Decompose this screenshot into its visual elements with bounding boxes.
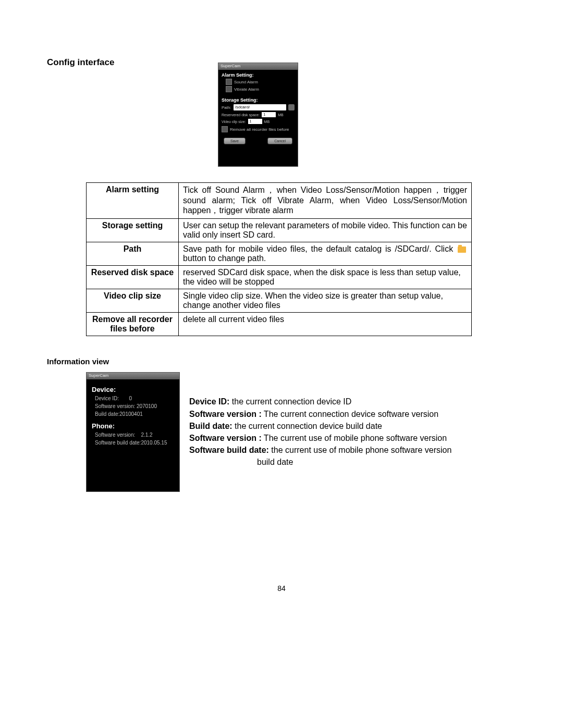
video-clip-row: Video clip size: 1 MB	[222, 119, 295, 124]
checkbox-icon[interactable]	[226, 86, 232, 92]
info-line-build-date: Build date: the current connection devic…	[189, 420, 451, 432]
save-button[interactable]: Save	[224, 138, 246, 144]
desc: the current connection device build date	[232, 422, 382, 430]
path-input[interactable]: /sdcard/	[234, 104, 286, 110]
label: Device ID:	[189, 397, 229, 406]
checkbox-icon[interactable]	[222, 126, 228, 132]
table-row: Path Save path for mobile video files, t…	[87, 242, 472, 266]
desc: The current use of mobile phone software…	[262, 434, 447, 442]
alarm-setting-heading: Alarm Setting:	[222, 72, 295, 78]
table-row: Remove all recorder files before delete …	[87, 313, 472, 336]
row-desc: reserved SDCard disk space, when the dis…	[179, 266, 472, 289]
phone-body: Alarm Setting: Sound Alarm Vibrate Alarm…	[218, 70, 298, 146]
table-row: Alarm setting Tick off Sound Alarm，when …	[87, 183, 472, 219]
remove-files-checkbox-row[interactable]: Remove all recorder files before	[222, 126, 295, 132]
row-desc: Single video clip size. When the video s…	[179, 289, 472, 313]
phone-body: Device: Device ID: 0 Software version: 2…	[87, 379, 179, 452]
reserved-disk-row: Reservered disk space: 1 MB	[222, 112, 295, 117]
table-row: Reserved disk space reserved SDCard disk…	[87, 266, 472, 289]
info-line-device-id: Device ID: the current connection device…	[189, 396, 451, 408]
row-desc: delete all current video files	[179, 313, 472, 336]
page-number: 84	[0, 584, 563, 593]
info-line-phone-software: Software version : The current use of mo…	[189, 432, 451, 444]
row-label: Video clip size	[87, 289, 179, 313]
clip-label: Video clip size:	[222, 120, 246, 124]
reserved-input[interactable]: 1	[262, 112, 276, 117]
button-row: Save Cancel	[222, 138, 295, 144]
info-line-device-software: Software version : The current connectio…	[189, 408, 451, 420]
label: Software version :	[189, 434, 262, 442]
device-sw-label: Software version:	[95, 403, 135, 409]
folder-icon	[458, 246, 466, 253]
phone-sw-value: 2.1.2	[141, 432, 152, 438]
row-desc: Tick off Sound Alarm，when Video Loss/Sen…	[179, 183, 472, 219]
screenshot-config: SuperCam Alarm Setting: Sound Alarm Vibr…	[218, 63, 298, 167]
label: Software build date:	[189, 446, 269, 454]
reserved-unit: MB	[278, 113, 284, 117]
phone-build-label: Software build date:	[95, 440, 141, 446]
reserved-label: Reservered disk space:	[222, 113, 260, 117]
info-line-phone-build-cont: build date	[257, 456, 451, 468]
device-heading: Device:	[92, 386, 174, 393]
desc: the current connection device ID	[229, 397, 351, 406]
path-browse-button[interactable]	[288, 104, 295, 110]
sound-alarm-label: Sound Alarm	[234, 80, 258, 84]
device-sw-line: Software version: 2070100	[95, 403, 174, 409]
row-desc: Save path for mobile video files, the de…	[179, 242, 472, 266]
table-row: Video clip size Single video clip size. …	[87, 289, 472, 313]
table-row: Storage setting User can setup the relev…	[87, 219, 472, 242]
device-build-value: 20100401	[119, 411, 143, 417]
storage-setting-heading: Storage Setting:	[222, 97, 295, 103]
info-flex-row: SuperCam Device: Device ID: 0 Software v…	[47, 372, 516, 492]
phone-build-value: 2010.05.15	[141, 440, 167, 446]
sound-alarm-checkbox-row[interactable]: Sound Alarm	[226, 79, 295, 85]
document-page: Config interface SuperCam Alarm Setting:…	[0, 0, 563, 728]
device-id-line: Device ID: 0	[95, 396, 174, 401]
cancel-button[interactable]: Cancel	[267, 138, 292, 144]
path-desc-post: button to change path.	[183, 254, 266, 263]
device-build-label: Build date:	[95, 411, 119, 417]
phone-titlebar: SuperCam	[218, 63, 298, 70]
phone-sw-line: Software version: 2.1.2	[95, 432, 174, 438]
remove-files-label: Remove all recorder files before	[230, 127, 289, 132]
path-row: Path: /sdcard/	[222, 104, 295, 110]
path-label: Path:	[222, 105, 231, 110]
config-table-wrap: Alarm setting Tick off Sound Alarm，when …	[86, 182, 472, 336]
desc: the current use of mobile phone software…	[269, 446, 451, 454]
clip-input[interactable]: 1	[248, 119, 262, 124]
vibrate-alarm-checkbox-row[interactable]: Vibrate Alarm	[226, 86, 295, 92]
device-build-line: Build date:20100401	[95, 411, 174, 417]
desc: The current connection device software v…	[262, 410, 438, 418]
row-label: Alarm setting	[87, 183, 179, 219]
row-label: Storage setting	[87, 219, 179, 242]
vibrate-alarm-label: Vibrate Alarm	[234, 87, 259, 92]
label: Software version :	[189, 410, 262, 418]
row-desc: User can setup the relevant parameters o…	[179, 219, 472, 242]
path-desc-pre: Save path for mobile video files, the de…	[183, 244, 457, 253]
screenshot-information: SuperCam Device: Device ID: 0 Software v…	[86, 372, 180, 492]
label: Build date:	[189, 422, 232, 430]
device-sw-value: 2070100	[137, 403, 157, 409]
info-line-phone-build: Software build date: the current use of …	[189, 444, 451, 456]
row-label: Remove all recorder files before	[87, 313, 179, 336]
information-text: Device ID: the current connection device…	[189, 396, 451, 468]
phone-titlebar: SuperCam	[87, 373, 179, 379]
clip-unit: MB	[264, 120, 270, 124]
information-view-section: Information view SuperCam Device: Device…	[47, 357, 516, 492]
row-label: Reserved disk space	[87, 266, 179, 289]
checkbox-icon[interactable]	[226, 79, 232, 85]
device-id-label: Device ID:	[95, 396, 119, 401]
row-label: Path	[87, 242, 179, 266]
phone-build-line: Software build date:2010.05.15	[95, 440, 174, 446]
heading-information-view: Information view	[47, 357, 516, 366]
phone-sw-label: Software version:	[95, 432, 135, 438]
phone-heading: Phone:	[92, 422, 174, 430]
device-id-value: 0	[129, 396, 132, 401]
config-table: Alarm setting Tick off Sound Alarm，when …	[86, 182, 472, 336]
